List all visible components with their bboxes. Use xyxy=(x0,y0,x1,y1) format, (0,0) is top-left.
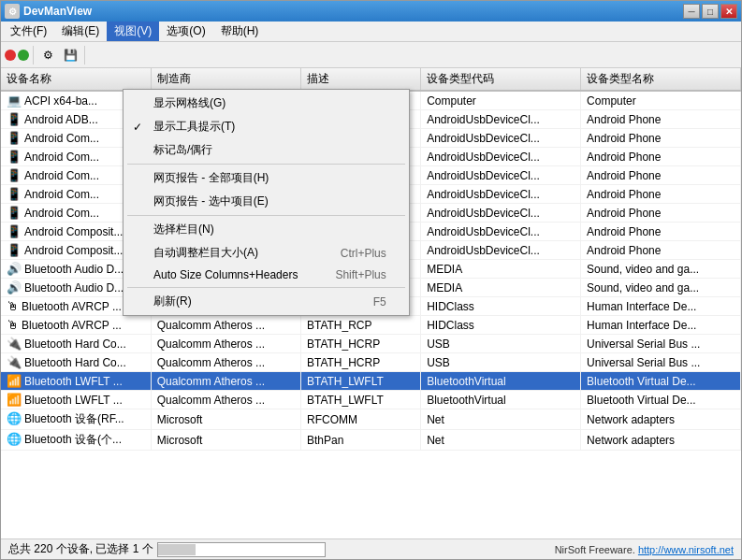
menu-bar: 文件(F) 编辑(E) 视图(V) 选项(O) 帮助(H) xyxy=(1,22,741,42)
menu-item-report-selected[interactable]: 网页报告 - 选中项目(E) xyxy=(124,190,409,213)
menu-separator xyxy=(127,287,405,288)
menu-item-label: 网页报告 - 选中项目(E) xyxy=(153,194,269,209)
main-window: ⚙ DevManView ─ □ ✕ 文件(F) 编辑(E) 视图(V) 选项(… xyxy=(0,0,742,560)
menu-item-auto-size[interactable]: 自动调整栏目大小(A)Ctrl+Plus xyxy=(124,241,409,265)
status-left: 总共 220 个设备, 已选择 1 个 xyxy=(8,541,326,557)
menu-edit[interactable]: 编辑(E) xyxy=(54,22,107,41)
menu-item-report-all[interactable]: 网页报告 - 全部项目(H) xyxy=(124,166,409,190)
close-button[interactable]: ✕ xyxy=(720,4,737,19)
status-bar: 总共 220 个设备, 已选择 1 个 NirSoft Freeware. ht… xyxy=(1,538,741,559)
menu-item-shortcut: Shift+Plus xyxy=(335,268,386,281)
status-count: 总共 220 个设备, 已选择 1 个 xyxy=(8,541,153,557)
status-right: NirSoft Freeware. http://www.nirsoft.net xyxy=(555,544,734,555)
menu-item-show-grid[interactable]: 显示网格线(G) xyxy=(124,92,409,115)
menu-item-label: 显示工具提示(T) xyxy=(153,119,235,135)
minimize-button[interactable]: ─ xyxy=(683,4,700,19)
menu-item-label: 显示网格线(G) xyxy=(153,95,226,111)
menu-separator xyxy=(127,164,405,165)
toolbar-separator-2 xyxy=(84,46,85,65)
menu-item-label: 刷新(R) xyxy=(153,294,192,309)
menu-item-shortcut: F5 xyxy=(373,295,386,309)
menu-help[interactable]: 帮助(H) xyxy=(213,22,267,41)
scroll-thumb xyxy=(158,544,196,555)
view-dropdown-menu: 显示网格线(G)显示工具提示(T)标记岛/偶行网页报告 - 全部项目(H)网页报… xyxy=(123,89,410,316)
menu-item-label: 标记岛/偶行 xyxy=(153,142,212,158)
status-scrollbar[interactable] xyxy=(157,542,326,557)
red-dot xyxy=(5,50,16,61)
menu-item-refresh[interactable]: 刷新(R)F5 xyxy=(124,290,409,313)
menu-item-bookmarks[interactable]: 标记岛/偶行 xyxy=(124,138,409,162)
menu-item-label: 网页报告 - 全部项目(H) xyxy=(153,170,269,186)
nirsoft-url[interactable]: http://www.nirsoft.net xyxy=(638,544,734,555)
menu-view[interactable]: 视图(V) xyxy=(107,22,159,41)
main-content: 设备名称 制造商 描述 设备类型代码 设备类型名称 💻ACPI x64-ba..… xyxy=(1,68,741,538)
green-dot xyxy=(18,50,29,61)
menu-item-select-columns[interactable]: 选择栏目(N) xyxy=(124,218,409,241)
menu-item-label: 选择栏目(N) xyxy=(153,222,214,237)
title-bar: ⚙ DevManView ─ □ ✕ xyxy=(1,1,741,22)
toolbar-save-btn[interactable]: 💾 xyxy=(60,45,80,65)
menu-item-show-tooltips[interactable]: 显示工具提示(T) xyxy=(124,115,409,138)
menu-item-label: Auto Size Columns+Headers xyxy=(153,268,298,281)
menu-item-shortcut: Ctrl+Plus xyxy=(341,247,386,260)
menu-item-auto-size-headers[interactable]: Auto Size Columns+HeadersShift+Plus xyxy=(124,265,409,285)
maximize-button[interactable]: □ xyxy=(702,4,719,19)
toolbar-icon-btn[interactable]: ⚙ xyxy=(37,45,58,65)
menu-item-label: 自动调整栏目大小(A) xyxy=(153,245,258,261)
menu-file[interactable]: 文件(F) xyxy=(3,22,54,41)
toolbar: ⚙ 💾 xyxy=(1,42,741,68)
dropdown-overlay: 显示网格线(G)显示工具提示(T)标记岛/偶行网页报告 - 全部项目(H)网页报… xyxy=(1,68,741,538)
menu-separator xyxy=(127,215,405,216)
toolbar-separator-1 xyxy=(33,46,34,65)
app-icon: ⚙ xyxy=(5,4,20,19)
window-title: DevManView xyxy=(23,5,92,18)
menu-options[interactable]: 选项(O) xyxy=(159,22,212,41)
title-bar-buttons: ─ □ ✕ xyxy=(683,4,737,19)
nirsoft-label: NirSoft Freeware. xyxy=(555,544,635,555)
